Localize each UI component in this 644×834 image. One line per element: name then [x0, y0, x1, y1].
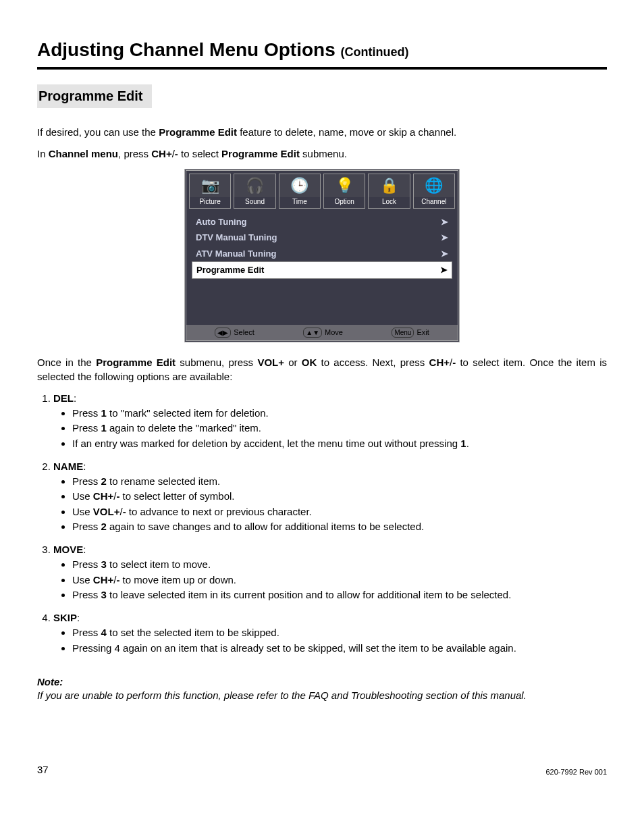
tab-time: 🕒Time — [279, 174, 321, 209]
del-sublist: Press 1 to "mark" selected item for dele… — [53, 407, 607, 450]
hint-exit: MenuExit — [392, 328, 429, 338]
intro-paragraph-2: In Channel menu, press CH+/- to select P… — [37, 147, 607, 161]
option-move: MOVE: Press 3 to select item to move. Us… — [53, 543, 607, 602]
lock-icon: 🔒 — [369, 174, 409, 197]
page-footer: 37 620-7992 Rev 001 — [37, 763, 607, 777]
osd-hint-bar: ◀▶Select ▲▼Move MenuExit — [186, 325, 458, 341]
skip-sublist: Press 4 to set the selected item to be s… — [53, 626, 607, 655]
tab-sound: 🎧Sound — [234, 174, 275, 209]
menu-row-atv-manual: ATV Manual Tuning➤ — [192, 246, 452, 262]
option-name: NAME: Press 2 to rename selected item. U… — [53, 460, 607, 533]
osd-tabs: 📷Picture 🎧Sound 🕒Time 💡Option 🔒Lock 🌐Cha… — [186, 171, 458, 211]
tab-channel: 🌐Channel — [413, 174, 455, 209]
headphones-icon: 🎧 — [234, 174, 275, 197]
note-block: Note: If you are unable to perform this … — [37, 675, 607, 703]
hint-move: ▲▼Move — [303, 328, 343, 338]
para-access: Once in the Programme Edit submenu, pres… — [37, 356, 607, 384]
left-right-icon: ◀▶ — [215, 328, 231, 338]
tab-lock: 🔒Lock — [368, 174, 410, 209]
title-rule — [37, 67, 607, 70]
option-del: DEL: Press 1 to "mark" selected item for… — [53, 392, 607, 450]
menu-row-auto-tuning: Auto Tuning➤ — [192, 214, 452, 230]
menu-row-programme-edit: Programme Edit➤ — [192, 261, 452, 279]
chevron-right-icon: ➤ — [441, 248, 448, 260]
osd-menu-list: Auto Tuning➤ DTV Manual Tuning➤ ATV Manu… — [186, 211, 458, 325]
revision-code: 620-7992 Rev 001 — [545, 767, 607, 777]
hint-select: ◀▶Select — [215, 328, 254, 338]
note-heading: Note: — [37, 675, 607, 689]
chevron-right-icon: ➤ — [441, 232, 448, 244]
tab-picture: 📷Picture — [189, 174, 231, 209]
page-title: Adjusting Channel Menu Options (Continue… — [37, 37, 607, 63]
up-down-icon: ▲▼ — [303, 328, 322, 338]
title-continued: (Continued) — [341, 45, 409, 59]
option-list: DEL: Press 1 to "mark" selected item for… — [37, 392, 607, 655]
move-sublist: Press 3 to select item to move. Use CH+/… — [53, 558, 607, 602]
name-sublist: Press 2 to rename selected item. Use CH+… — [53, 475, 607, 533]
intro-paragraph-1: If desired, you can use the Programme Ed… — [37, 126, 607, 139]
bulb-icon: 💡 — [324, 174, 365, 197]
osd-blank — [192, 279, 452, 319]
page-number: 37 — [37, 763, 49, 777]
option-skip: SKIP: Press 4 to set the selected item t… — [53, 611, 607, 655]
title-main: Adjusting Channel Menu Options — [37, 39, 336, 60]
camera-icon: 📷 — [190, 174, 230, 197]
tab-option: 💡Option — [323, 174, 365, 209]
osd-screenshot: 📷Picture 🎧Sound 🕒Time 💡Option 🔒Lock 🌐Cha… — [184, 169, 460, 342]
globe-icon: 🌐 — [414, 174, 454, 197]
menu-row-dtv-manual: DTV Manual Tuning➤ — [192, 230, 452, 246]
chevron-right-icon: ➤ — [440, 264, 448, 276]
menu-key-icon: Menu — [392, 328, 414, 338]
clock-icon: 🕒 — [279, 174, 320, 197]
chevron-right-icon: ➤ — [441, 216, 448, 228]
section-heading: Programme Edit — [37, 84, 152, 108]
note-text: If you are unable to perform this functi… — [37, 689, 607, 702]
